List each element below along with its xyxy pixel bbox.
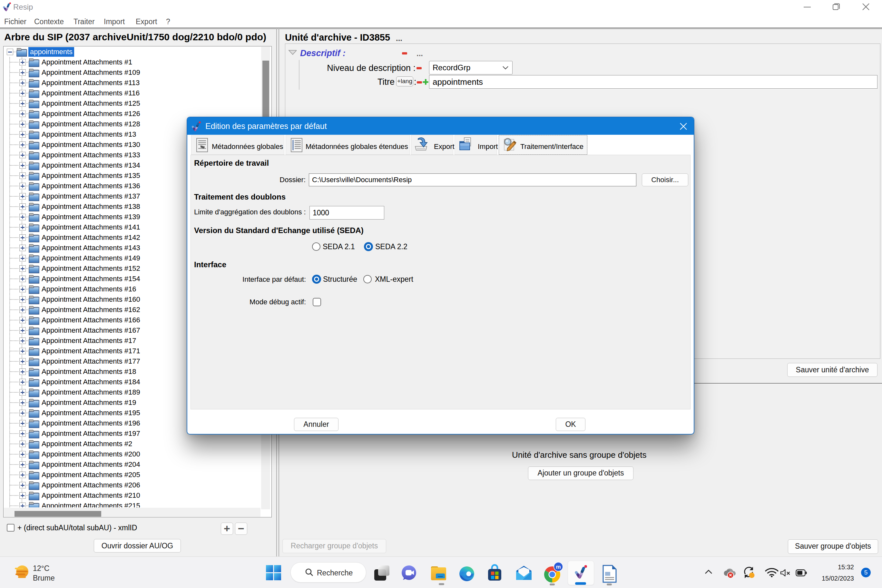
svg-text:m: m [556, 564, 561, 570]
